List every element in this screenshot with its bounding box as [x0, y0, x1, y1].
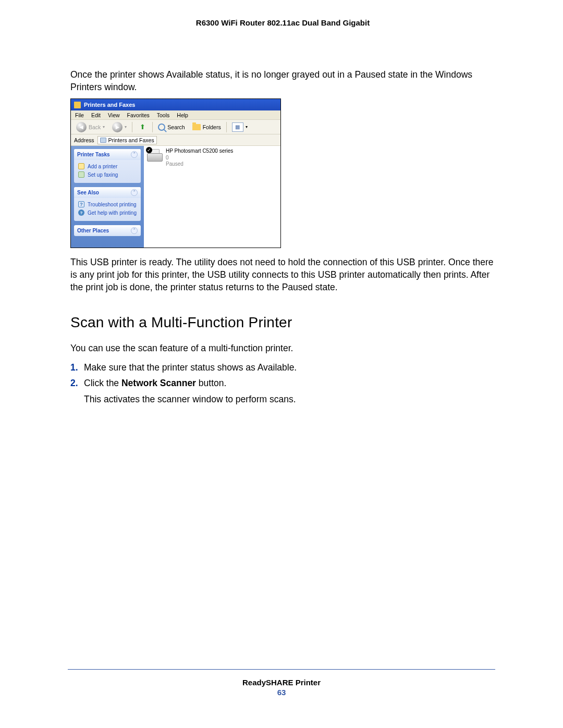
- add-printer-icon: [78, 163, 84, 169]
- up-folder-icon: ⬆: [138, 122, 147, 132]
- section-heading-scan: Scan with a Multi-Function Printer: [70, 314, 495, 331]
- printer-info: HP Photosmart C5200 series 0 Paused: [166, 148, 233, 168]
- menu-file[interactable]: File: [75, 112, 84, 118]
- screenshot-printers-and-faxes: Printers and Faxes File Edit View Favori…: [70, 98, 281, 248]
- views-button[interactable]: ▦ ▾: [230, 121, 250, 133]
- views-icon: ▦: [232, 122, 243, 132]
- toolbar: ◄ Back ▾ ► ▾ ⬆ Search Folders: [71, 120, 280, 134]
- menu-favorites[interactable]: Favorites: [127, 112, 150, 118]
- menu-edit[interactable]: Edit: [91, 112, 101, 118]
- step-2: 2. Click the Network Scanner button.: [70, 376, 495, 391]
- panel-printer-tasks: Printer Tasks ˆ Add a printer Set up fax…: [74, 149, 141, 183]
- step-1: 1. Make sure that the printer status sho…: [70, 360, 495, 376]
- footer-page-number: 63: [68, 688, 495, 697]
- printer-list: ✓ HP Photosmart C5200 series 0 Paused: [144, 146, 280, 248]
- folders-button[interactable]: Folders: [190, 123, 223, 131]
- toolbar-separator: [226, 122, 227, 132]
- printer-status: Paused: [166, 161, 233, 168]
- search-button[interactable]: Search: [156, 122, 187, 132]
- body-paragraph-3: You can use the scan feature of a multi-…: [70, 342, 495, 355]
- folder-icon: [192, 124, 201, 130]
- menu-bar: File Edit View Favorites Tools Help: [71, 110, 280, 120]
- panel-header-printer-tasks[interactable]: Printer Tasks ˆ: [74, 149, 141, 160]
- forward-button[interactable]: ► ▾: [110, 121, 129, 133]
- menu-tools[interactable]: Tools: [157, 112, 170, 118]
- address-bar: Address Printers and Faxes: [71, 134, 280, 146]
- step-2-subtext: This activates the scanner window to per…: [70, 392, 495, 408]
- fax-icon: [78, 171, 84, 178]
- printers-folder-icon: [100, 138, 106, 143]
- toolbar-separator: [152, 122, 153, 132]
- printer-name: HP Photosmart C5200 series: [166, 148, 233, 155]
- collapse-icon: ˆ: [131, 151, 138, 158]
- step-number-2: 2.: [70, 376, 78, 391]
- link-troubleshoot-printing[interactable]: ? Troubleshoot printing: [78, 200, 137, 208]
- printer-doc-count: 0: [166, 155, 233, 162]
- printer-item[interactable]: ✓ HP Photosmart C5200 series 0 Paused: [147, 148, 277, 168]
- step-number-1: 1.: [70, 360, 78, 376]
- menu-view[interactable]: View: [108, 112, 120, 118]
- up-button[interactable]: ⬆: [136, 121, 149, 133]
- collapse-icon: ˆ: [131, 189, 138, 196]
- body-paragraph-2: This USB printer is ready. The utility d…: [70, 256, 495, 293]
- window-titlebar: Printers and Faxes: [71, 99, 280, 110]
- task-set-up-faxing[interactable]: Set up faxing: [78, 170, 137, 179]
- window-title: Printers and Faxes: [84, 102, 135, 108]
- document-header: R6300 WiFi Router 802.11ac Dual Band Gig…: [70, 18, 495, 27]
- panel-other-places: Other Places ˆ: [74, 225, 141, 236]
- back-dropdown-icon: ▾: [103, 125, 105, 129]
- content-area: Printer Tasks ˆ Add a printer Set up fax…: [71, 146, 280, 248]
- body-paragraph-1: Once the printer shows Available status,…: [70, 69, 495, 93]
- task-sidebar: Printer Tasks ˆ Add a printer Set up fax…: [71, 146, 144, 248]
- printer-icon: ✓: [147, 148, 163, 162]
- toolbar-separator: [132, 122, 132, 132]
- address-label: Address: [74, 137, 94, 143]
- collapse-icon: ˆ: [131, 227, 138, 234]
- footer-chapter-label: ReadySHARE Printer: [68, 678, 495, 687]
- troubleshoot-icon: ?: [78, 201, 84, 207]
- address-field[interactable]: Printers and Faxes: [97, 136, 157, 144]
- link-get-help-with-printing[interactable]: ? Get help with printing: [78, 208, 137, 217]
- forward-dropdown-icon: ▾: [125, 125, 127, 129]
- views-dropdown-icon: ▾: [246, 125, 248, 129]
- menu-help[interactable]: Help: [177, 112, 188, 118]
- panel-see-also: See Also ˆ ? Troubleshoot printing ? Get…: [74, 187, 141, 221]
- help-icon: ?: [78, 209, 84, 216]
- footer-rule: [68, 669, 495, 670]
- search-icon: [158, 124, 165, 131]
- window-icon: [74, 102, 81, 108]
- task-add-a-printer[interactable]: Add a printer: [78, 162, 137, 170]
- numbered-steps: 1. Make sure that the printer status sho…: [70, 360, 495, 408]
- back-arrow-icon: ◄: [76, 122, 87, 132]
- forward-arrow-icon: ►: [112, 122, 123, 132]
- panel-header-other-places[interactable]: Other Places ˆ: [74, 225, 141, 236]
- back-button[interactable]: ◄ Back ▾: [74, 121, 107, 133]
- page-footer: ReadySHARE Printer 63: [68, 669, 495, 697]
- panel-header-see-also[interactable]: See Also ˆ: [74, 187, 141, 198]
